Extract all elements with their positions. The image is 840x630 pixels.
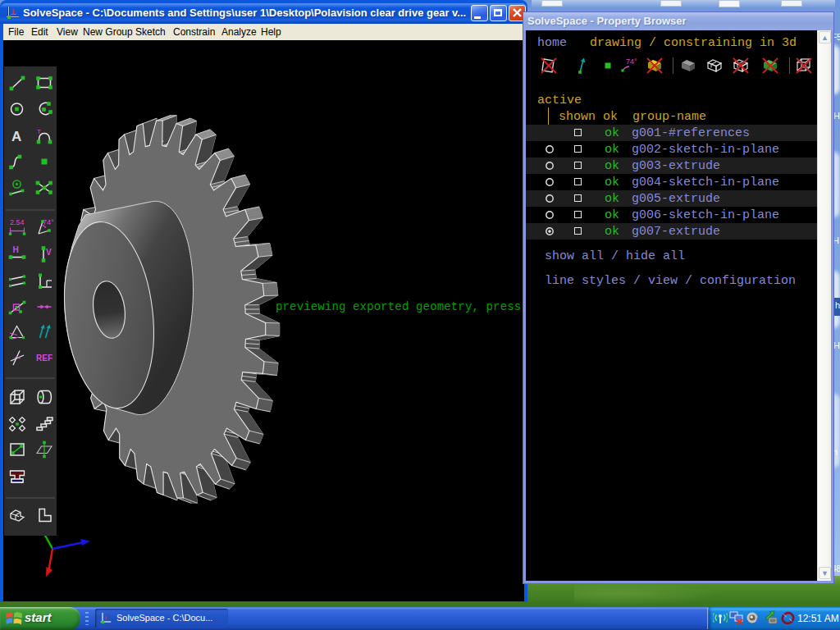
- svg-text:V: V: [46, 248, 52, 257]
- svg-text:2.54: 2.54: [10, 218, 25, 226]
- svg-text:74°: 74°: [43, 218, 54, 226]
- svg-text:74°: 74°: [626, 57, 637, 66]
- svg-text:T: T: [37, 128, 41, 135]
- svg-text:H: H: [13, 245, 19, 254]
- svg-text:REF: REF: [36, 354, 52, 363]
- svg-text:A: A: [11, 129, 21, 144]
